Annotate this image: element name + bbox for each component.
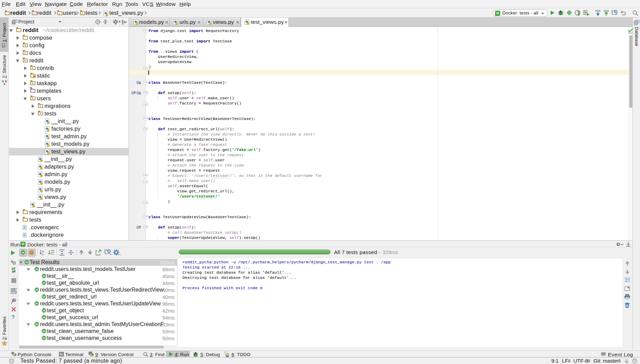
- svg-text:z: z: [42, 253, 44, 256]
- svg-text:VCS: VCS: [595, 9, 601, 12]
